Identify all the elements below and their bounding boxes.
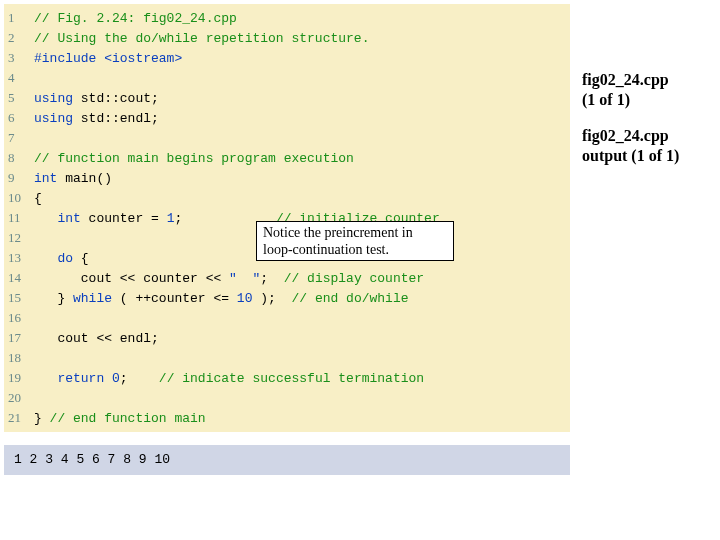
line-number: 11 — [8, 208, 34, 228]
line-number: 7 — [8, 128, 34, 148]
line-number: 21 — [8, 408, 34, 428]
code-line: 17 cout << endl; — [8, 328, 564, 348]
line-number: 5 — [8, 88, 34, 108]
line-number: 6 — [8, 108, 34, 128]
code-line: 4 — [8, 68, 564, 88]
code-text: do { — [34, 249, 89, 269]
line-number: 9 — [8, 168, 34, 188]
code-line: 15 } while ( ++counter <= 10 ); // end d… — [8, 288, 564, 308]
line-number: 20 — [8, 388, 34, 408]
line-number: 18 — [8, 348, 34, 368]
code-text: } while ( ++counter <= 10 ); // end do/w… — [34, 289, 409, 309]
code-text: // Using the do/while repetition structu… — [34, 29, 369, 49]
code-text: using std::endl; — [34, 109, 159, 129]
line-number: 8 — [8, 148, 34, 168]
code-text: cout << counter << " "; // display count… — [34, 269, 424, 289]
code-line: 18 — [8, 348, 564, 368]
code-line: 9int main() — [8, 168, 564, 188]
code-line: 10{ — [8, 188, 564, 208]
line-number: 15 — [8, 288, 34, 308]
code-text: int main() — [34, 169, 112, 189]
side-labels: fig02_24.cpp (1 of 1) fig02_24.cpp outpu… — [582, 70, 712, 182]
code-line: 21} // end function main — [8, 408, 564, 428]
code-line: 2// Using the do/while repetition struct… — [8, 28, 564, 48]
code-line: 19 return 0; // indicate successful term… — [8, 368, 564, 388]
file-name: fig02_24.cpp — [582, 71, 669, 88]
code-text: } // end function main — [34, 409, 206, 429]
code-text: #include <iostream> — [34, 49, 182, 69]
line-number: 12 — [8, 228, 34, 248]
line-number: 3 — [8, 48, 34, 68]
code-line: 7 — [8, 128, 564, 148]
annotation-callout: Notice the preincrement in loop-continua… — [256, 221, 454, 261]
program-output: 1 2 3 4 5 6 7 8 9 10 — [4, 445, 570, 475]
code-text: using std::cout; — [34, 89, 159, 109]
code-line: 16 — [8, 308, 564, 328]
code-line: 8// function main begins program executi… — [8, 148, 564, 168]
code-line: 20 — [8, 388, 564, 408]
line-number: 14 — [8, 268, 34, 288]
output-file-label: fig02_24.cpp output (1 of 1) — [582, 126, 712, 166]
code-text: // function main begins program executio… — [34, 149, 354, 169]
code-text: // Fig. 2.24: fig02_24.cpp — [34, 9, 237, 29]
line-number: 17 — [8, 328, 34, 348]
code-line: 14 cout << counter << " "; // display co… — [8, 268, 564, 288]
code-text: { — [34, 189, 42, 209]
code-line: 6using std::endl; — [8, 108, 564, 128]
code-text: cout << endl; — [34, 329, 159, 349]
code-listing: 1// Fig. 2.24: fig02_24.cpp2// Using the… — [4, 4, 570, 432]
file-part: output (1 of 1) — [582, 147, 679, 164]
file-name: fig02_24.cpp — [582, 127, 669, 144]
line-number: 19 — [8, 368, 34, 388]
callout-text-line1: Notice the preincrement in — [263, 225, 413, 240]
code-line: 5using std::cout; — [8, 88, 564, 108]
source-file-label: fig02_24.cpp (1 of 1) — [582, 70, 712, 110]
callout-text-line2: loop-continuation test. — [263, 242, 389, 257]
code-text: return 0; // indicate successful termina… — [34, 369, 424, 389]
line-number: 4 — [8, 68, 34, 88]
line-number: 16 — [8, 308, 34, 328]
code-line: 3#include <iostream> — [8, 48, 564, 68]
file-part: (1 of 1) — [582, 91, 630, 108]
code-line: 1// Fig. 2.24: fig02_24.cpp — [8, 8, 564, 28]
line-number: 1 — [8, 8, 34, 28]
line-number: 2 — [8, 28, 34, 48]
line-number: 10 — [8, 188, 34, 208]
line-number: 13 — [8, 248, 34, 268]
